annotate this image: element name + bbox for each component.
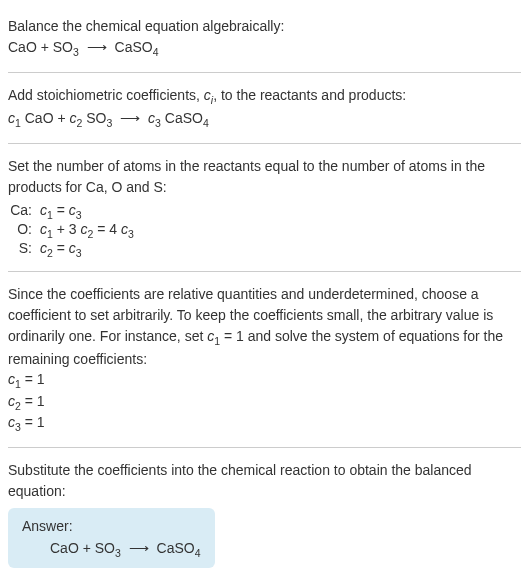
section-balance-intro: Balance the chemical equation algebraica… bbox=[8, 8, 521, 68]
balanced-equation: CaO + SO3 ⟶ CaSO4 bbox=[22, 540, 201, 559]
atom-eq: c1 + 3 c2 = 4 c3 bbox=[40, 221, 521, 240]
atom-label: S: bbox=[8, 240, 40, 256]
coeff-c2: c2 = 1 bbox=[8, 392, 521, 413]
intro-title: Balance the chemical equation algebraica… bbox=[8, 16, 521, 37]
eq-sub1: 3 bbox=[73, 46, 79, 58]
unbalanced-equation: CaO + SO3 ⟶ CaSO4 bbox=[8, 39, 521, 58]
atom-label: O: bbox=[8, 221, 40, 237]
section-atom-balance: Set the number of atoms in the reactants… bbox=[8, 148, 521, 266]
ci-var: c bbox=[204, 87, 211, 103]
atom-row-s: S: c2 = c3 bbox=[8, 240, 521, 259]
atom-label: Ca: bbox=[8, 202, 40, 218]
section-substitute: Substitute the coefficients into the che… bbox=[8, 452, 521, 577]
arrow-icon: ⟶ bbox=[120, 110, 140, 126]
arrow-icon: ⟶ bbox=[87, 39, 107, 55]
divider bbox=[8, 271, 521, 272]
atom-row-ca: Ca: c1 = c3 bbox=[8, 202, 521, 221]
solve-text: Since the coefficients are relative quan… bbox=[8, 284, 521, 371]
eq-left: CaO + SO bbox=[8, 39, 73, 55]
atom-table: Ca: c1 = c3 O: c1 + 3 c2 = 4 c3 S: c2 = … bbox=[8, 202, 521, 258]
answer-label: Answer: bbox=[22, 518, 201, 534]
atom-eq: c2 = c3 bbox=[40, 240, 521, 259]
section-add-coeffs: Add stoichiometric coefficients, ci, to … bbox=[8, 77, 521, 139]
atom-title: Set the number of atoms in the reactants… bbox=[8, 156, 521, 198]
section-solve: Since the coefficients are relative quan… bbox=[8, 276, 521, 443]
coeff-c1: c1 = 1 bbox=[8, 370, 521, 391]
coeff-equation: c1 CaO + c2 SO3 ⟶ c3 CaSO4 bbox=[8, 110, 521, 129]
eq-right: CaSO bbox=[115, 39, 153, 55]
divider bbox=[8, 447, 521, 448]
substitute-title: Substitute the coefficients into the che… bbox=[8, 460, 521, 502]
atom-eq: c1 = c3 bbox=[40, 202, 521, 221]
divider bbox=[8, 72, 521, 73]
divider bbox=[8, 143, 521, 144]
coeff-c3: c3 = 1 bbox=[8, 413, 521, 434]
atom-row-o: O: c1 + 3 c2 = 4 c3 bbox=[8, 221, 521, 240]
coeff-title: Add stoichiometric coefficients, ci, to … bbox=[8, 85, 521, 109]
eq-sub2: 4 bbox=[153, 46, 159, 58]
arrow-icon: ⟶ bbox=[129, 540, 149, 556]
answer-box: Answer: CaO + SO3 ⟶ CaSO4 bbox=[8, 508, 215, 569]
